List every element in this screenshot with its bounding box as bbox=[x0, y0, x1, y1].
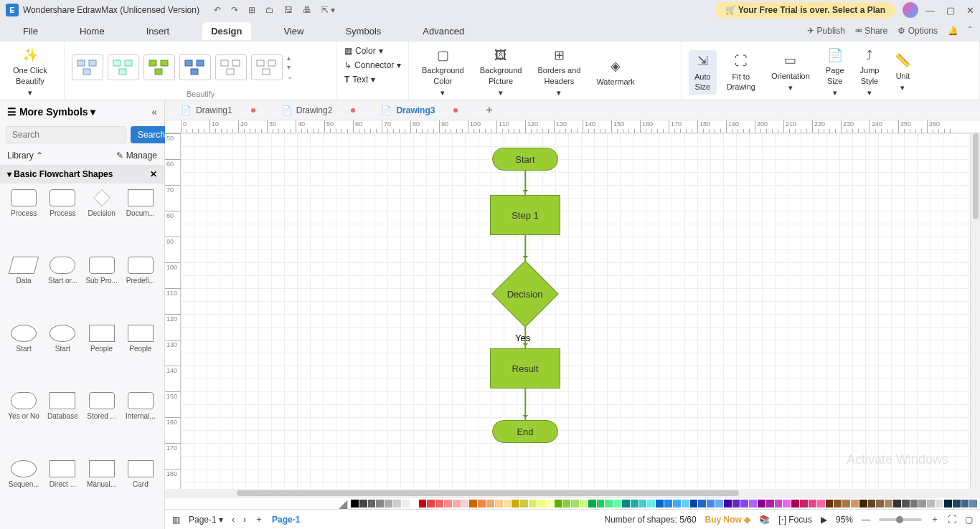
color-swatch[interactable] bbox=[368, 500, 376, 507]
flowchart-decision[interactable]: Decision bbox=[491, 260, 558, 327]
next-page-icon[interactable]: › bbox=[243, 515, 246, 525]
flowchart-step1[interactable]: Step 1 bbox=[490, 195, 560, 235]
color-swatch[interactable] bbox=[597, 500, 605, 507]
color-swatch[interactable] bbox=[453, 500, 461, 507]
menu-file[interactable]: File bbox=[14, 22, 47, 40]
color-swatch[interactable] bbox=[571, 500, 579, 507]
color-swatch[interactable] bbox=[410, 500, 418, 507]
fit-screen-icon[interactable]: ⛶ bbox=[948, 515, 956, 525]
theme-prev-icon[interactable]: ▴ bbox=[287, 54, 293, 62]
color-swatch[interactable] bbox=[359, 500, 367, 507]
shape-item[interactable]: Manual... bbox=[84, 460, 120, 523]
theme-more-icon[interactable]: ⌄ bbox=[287, 72, 293, 80]
menu-symbols[interactable]: Symbols bbox=[336, 22, 390, 40]
color-swatch[interactable] bbox=[953, 500, 961, 507]
color-swatch[interactable] bbox=[944, 500, 952, 507]
color-swatch[interactable] bbox=[435, 500, 443, 507]
color-swatch[interactable] bbox=[546, 500, 554, 507]
close-section-icon[interactable]: ✕ bbox=[150, 169, 157, 179]
presentation-icon[interactable]: ▢ bbox=[965, 515, 973, 525]
color-swatch[interactable] bbox=[495, 500, 503, 507]
color-swatch[interactable] bbox=[512, 500, 519, 507]
color-swatch[interactable] bbox=[936, 500, 943, 507]
color-swatch[interactable] bbox=[724, 500, 732, 507]
shapes-section-header[interactable]: ▾ Basic Flowchart Shapes ✕ bbox=[0, 165, 164, 184]
page-size-button[interactable]: 📄Page Size ▾ bbox=[820, 44, 850, 100]
zoom-in-icon[interactable]: ＋ bbox=[930, 513, 939, 525]
open-icon[interactable]: 🗀 bbox=[265, 5, 274, 15]
menu-advanced[interactable]: Advanced bbox=[414, 22, 473, 40]
save-icon[interactable]: 🖫 bbox=[284, 5, 293, 15]
color-swatch[interactable] bbox=[427, 500, 435, 507]
color-swatch[interactable] bbox=[486, 500, 494, 507]
color-swatch[interactable] bbox=[842, 500, 850, 507]
doc-tab-1[interactable]: 📄 Drawing1 bbox=[168, 103, 268, 118]
color-swatch[interactable] bbox=[605, 500, 613, 507]
fit-drawing-button[interactable]: ⛶Fit to Drawing bbox=[721, 50, 761, 95]
color-swatch[interactable] bbox=[758, 500, 765, 507]
color-swatch[interactable] bbox=[918, 500, 926, 507]
color-swatch[interactable] bbox=[639, 500, 647, 507]
page-selector[interactable]: Page-1 ▾ bbox=[189, 515, 223, 525]
color-dropdown[interactable]: ▦ Color ▾ bbox=[344, 44, 383, 57]
color-swatch[interactable] bbox=[385, 500, 392, 507]
theme-preset-2[interactable] bbox=[108, 54, 139, 80]
color-swatch[interactable] bbox=[766, 500, 774, 507]
theme-preset-6[interactable] bbox=[251, 54, 283, 80]
color-swatch[interactable] bbox=[537, 500, 545, 507]
color-swatch[interactable] bbox=[478, 500, 486, 507]
shape-item[interactable]: Database bbox=[44, 392, 80, 455]
color-swatch[interactable] bbox=[656, 500, 664, 507]
focus-button[interactable]: [⋅] Focus bbox=[778, 515, 812, 525]
color-swatch[interactable] bbox=[961, 500, 969, 507]
flowchart-start[interactable]: Start bbox=[492, 148, 558, 171]
color-swatch[interactable] bbox=[791, 500, 799, 507]
color-swatch[interactable] bbox=[647, 500, 655, 507]
color-swatch[interactable] bbox=[504, 500, 512, 507]
library-link[interactable]: Library ⌃ bbox=[7, 151, 43, 161]
color-swatch[interactable] bbox=[393, 500, 401, 507]
color-swatch[interactable] bbox=[868, 500, 876, 507]
color-swatch[interactable] bbox=[732, 500, 740, 507]
color-swatch[interactable] bbox=[859, 500, 867, 507]
shape-item[interactable]: Decision bbox=[84, 189, 120, 252]
page-tab[interactable]: Page-1 bbox=[272, 515, 300, 525]
color-swatch[interactable] bbox=[902, 500, 910, 507]
background-color-button[interactable]: ▢Background Color ▾ bbox=[416, 44, 470, 100]
options-button[interactable]: ⚙ Options bbox=[897, 26, 938, 36]
color-swatch[interactable] bbox=[817, 500, 825, 507]
doc-tab-3[interactable]: 📄 Drawing3 bbox=[368, 103, 471, 118]
shape-item[interactable]: Direct ... bbox=[44, 460, 80, 523]
orientation-button[interactable]: ▭Orientation ▾ bbox=[765, 49, 816, 95]
notification-icon[interactable]: 🔔 bbox=[948, 26, 958, 36]
shape-item[interactable]: Predefi... bbox=[123, 257, 159, 320]
trial-banner[interactable]: 🛒 Your Free Trial is over. Select a Plan bbox=[715, 2, 895, 18]
menu-home[interactable]: Home bbox=[71, 22, 113, 40]
color-swatch[interactable] bbox=[783, 500, 791, 507]
doc-tab-2[interactable]: 📄 Drawing2 bbox=[268, 103, 369, 118]
shape-item[interactable]: Data bbox=[6, 257, 42, 320]
watermark-button[interactable]: ◈Watermark bbox=[590, 55, 640, 90]
color-swatch[interactable] bbox=[555, 500, 562, 507]
color-swatch[interactable] bbox=[520, 500, 528, 507]
unit-button[interactable]: 📏Unit ▾ bbox=[889, 49, 916, 95]
theme-next-icon[interactable]: ▾ bbox=[287, 63, 293, 71]
shape-item[interactable]: Sub Pro... bbox=[84, 257, 120, 320]
prev-page-icon[interactable]: ‹ bbox=[232, 515, 235, 525]
background-picture-button[interactable]: 🖼Background Picture ▾ bbox=[474, 44, 528, 100]
minimize-icon[interactable]: — bbox=[925, 5, 935, 16]
search-input[interactable] bbox=[6, 126, 126, 143]
redo-icon[interactable]: ↷ bbox=[231, 5, 238, 15]
connector-dropdown[interactable]: ↳ Connector ▾ bbox=[344, 59, 401, 72]
color-swatch[interactable] bbox=[673, 500, 681, 507]
shape-item[interactable]: Internal... bbox=[123, 392, 159, 455]
color-swatch[interactable] bbox=[885, 500, 892, 507]
color-swatch[interactable] bbox=[707, 500, 715, 507]
color-swatch[interactable] bbox=[562, 500, 570, 507]
shape-item[interactable]: People bbox=[123, 325, 159, 388]
color-swatch[interactable] bbox=[444, 500, 452, 507]
layout-icon[interactable]: ▥ bbox=[172, 515, 180, 525]
manage-link[interactable]: ✎ Manage bbox=[116, 151, 157, 161]
flowchart-result[interactable]: Result bbox=[490, 348, 560, 389]
new-icon[interactable]: ⊞ bbox=[248, 5, 255, 15]
